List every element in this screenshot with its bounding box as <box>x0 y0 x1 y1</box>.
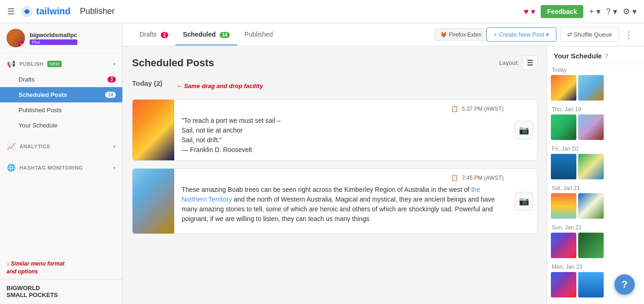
drafts-label-wrap: Drafts <box>19 76 35 83</box>
post-actions-2: 📷 <box>511 169 537 234</box>
avatar: ig <box>6 29 25 47</box>
day-label-mon: Mon, Jan 23 <box>551 264 640 270</box>
schedule-help-icon[interactable]: ? <box>605 52 608 59</box>
list-layout-button[interactable]: ☰ <box>523 56 537 70</box>
instagram-action-button-2[interactable]: 📷 <box>515 192 533 210</box>
schedule-header: Your Schedule ? <box>547 46 644 64</box>
day-thumbs-fri <box>551 154 640 179</box>
post-text-2: These amazing Boab trees can be seen rig… <box>182 185 504 224</box>
firefox-extension-button[interactable]: 🦊 Firefox Exten <box>435 28 487 41</box>
post-type-icon-2: 📋 <box>451 174 458 181</box>
post-actions-1: 📷 <box>511 100 537 160</box>
scheduled-count: 14 <box>105 92 116 98</box>
top-header: ☰ tailwind Publisher ♥ ▾ Feedback + ▾ ? … <box>0 0 644 23</box>
schedule-label: Your Schedule <box>19 122 57 129</box>
create-new-post-button[interactable]: + Create New Post ▾ <box>486 27 556 42</box>
post-thumbnail-2 <box>133 169 174 234</box>
hashtag-chevron: ▾ <box>113 165 116 171</box>
sidebar-item-schedule[interactable]: Your Schedule <box>0 118 122 133</box>
instagram-icon: 📷 <box>519 125 529 135</box>
scheduled-tab-badge: 14 <box>220 32 229 38</box>
day-label-thu: Thu, Jan 19 <box>551 106 640 113</box>
tab-published[interactable]: Published <box>237 24 281 45</box>
plus-badge: Plus <box>30 39 77 45</box>
page-title: Publisher <box>80 6 524 16</box>
sun-thumb-1 <box>551 233 576 258</box>
day-thumbs-today <box>551 75 640 101</box>
post-card-2: 📋 7:45 PM (AWST) These amazing Boab tree… <box>132 168 537 234</box>
logo-icon <box>20 5 33 18</box>
day-thumbs-thu <box>551 114 640 140</box>
add-button[interactable]: + ▾ <box>589 6 600 17</box>
logo-text: tailwind <box>36 6 70 17</box>
thu-thumb-2 <box>578 114 604 140</box>
hashtag-label: HASHTAG MONITORING <box>19 165 83 171</box>
heart-button[interactable]: ♥ ▾ <box>524 6 535 17</box>
brand-logo: BIGWORLD SMALL POCKETS <box>6 285 116 298</box>
post-text-1: "To reach a port we must set sail – Sail… <box>182 116 504 155</box>
today-thumb-2 <box>578 75 604 101</box>
analytics-section-header[interactable]: 📈 ANALYTICS ▾ <box>0 139 122 154</box>
posts-title: Scheduled Posts <box>132 57 214 69</box>
instagram-icon-2: 📷 <box>519 196 529 206</box>
mon-thumb-2 <box>578 272 604 298</box>
layout-toggle: Layout: ☰ <box>499 56 537 70</box>
posts-header: Scheduled Posts Layout: ☰ <box>132 56 537 70</box>
sidebar-item-drafts[interactable]: Drafts 2 <box>0 72 122 87</box>
sidebar-item-scheduled[interactable]: Scheduled Posts 14 <box>0 87 122 102</box>
schedule-day-sun: Sun, Jan 22 <box>547 222 644 261</box>
day-label-sat: Sat, Jan 21 <box>551 185 640 191</box>
header-actions: ♥ ▾ Feedback + ▾ ? ▾ ⚙ ▾ <box>524 5 637 18</box>
post-type-icon-1: 📋 <box>451 105 458 112</box>
main-layout: ig bigworldsmallpc Plus 📢 PUBLISH NEW ▾ … <box>0 23 644 304</box>
day-header: Today (2) <box>132 79 163 87</box>
help-bubble[interactable]: ? <box>614 274 635 295</box>
username: bigworldsmallpc <box>30 32 77 38</box>
tab-scheduled[interactable]: Scheduled 14 <box>176 24 237 45</box>
day-label-today: Today <box>551 67 640 73</box>
tab-right-actions: + Create New Post ▾ ⇄ Shuffle Queue ⋮ <box>486 27 635 42</box>
instagram-action-button[interactable]: 📷 <box>515 121 533 139</box>
schedule-day-today: Today <box>547 64 644 103</box>
analytics-chevron: ▾ <box>113 144 116 150</box>
help-button[interactable]: ? ▾ <box>606 6 617 17</box>
menu-hint-annotation: ↓ Similar menu formatand options <box>0 256 122 279</box>
tab-drafts[interactable]: Drafts 2 <box>132 24 176 45</box>
analytics-icon: 📈 <box>6 142 16 151</box>
posts-panel: Scheduled Posts Layout: ☰ Today (2) ← Sa… <box>123 46 547 304</box>
new-badge: NEW <box>47 61 62 67</box>
mon-thumb-1 <box>551 272 576 298</box>
sunset-thumbnail <box>133 100 174 160</box>
publish-section-header[interactable]: 📢 PUBLISH NEW ▾ <box>0 56 122 72</box>
post-time-1: 5:37 PM (AWST) <box>462 106 504 112</box>
sidebar-user: ig bigworldsmallpc Plus <box>0 23 122 53</box>
schedule-panel: Your Schedule ? Today Thu, Jan 19 <box>547 46 644 304</box>
hashtag-section: 🌐 HASHTAG MONITORING ▾ <box>0 157 122 178</box>
fri-thumb-2 <box>578 154 604 179</box>
more-options-button[interactable]: ⋮ <box>623 28 635 42</box>
published-label: Published Posts <box>19 107 62 114</box>
two-panel: Scheduled Posts Layout: ☰ Today (2) ← Sa… <box>123 46 644 304</box>
sidebar: ig bigworldsmallpc Plus 📢 PUBLISH NEW ▾ … <box>0 23 123 304</box>
day-thumbs-sat <box>551 193 640 219</box>
post-body-1: 📋 5:37 PM (AWST) "To reach a port we mus… <box>174 100 511 160</box>
sidebar-item-published[interactable]: Published Posts <box>0 102 122 118</box>
day-thumbs-sun <box>551 233 640 258</box>
analytics-section: 📈 ANALYTICS ▾ <box>0 136 122 157</box>
publish-label: PUBLISH <box>19 61 44 67</box>
hashtag-section-header[interactable]: 🌐 HASHTAG MONITORING ▾ <box>0 160 122 176</box>
hamburger-icon[interactable]: ☰ <box>7 6 15 17</box>
publish-icon: 📢 <box>6 60 16 68</box>
instagram-badge: ig <box>19 41 25 47</box>
hashtag-icon: 🌐 <box>6 164 16 172</box>
drag-hint-annotation: ← Same drag and drop facility <box>177 82 263 89</box>
settings-button[interactable]: ⚙ ▾ <box>623 6 637 17</box>
shuffle-queue-button[interactable]: ⇄ Shuffle Queue <box>560 27 619 42</box>
schedule-day-tue: Tue, Jan 24 <box>547 300 644 304</box>
tab-bar: Drafts 2 Scheduled 14 Published 🦊 Firefo… <box>123 23 644 46</box>
post-time-2: 7:45 PM (AWST) <box>462 175 504 181</box>
post-thumbnail-1 <box>133 100 174 160</box>
post-card-1: 📋 5:37 PM (AWST) "To reach a port we mus… <box>132 99 537 161</box>
today-thumb-1 <box>551 75 576 101</box>
feedback-button[interactable]: Feedback <box>541 5 584 18</box>
